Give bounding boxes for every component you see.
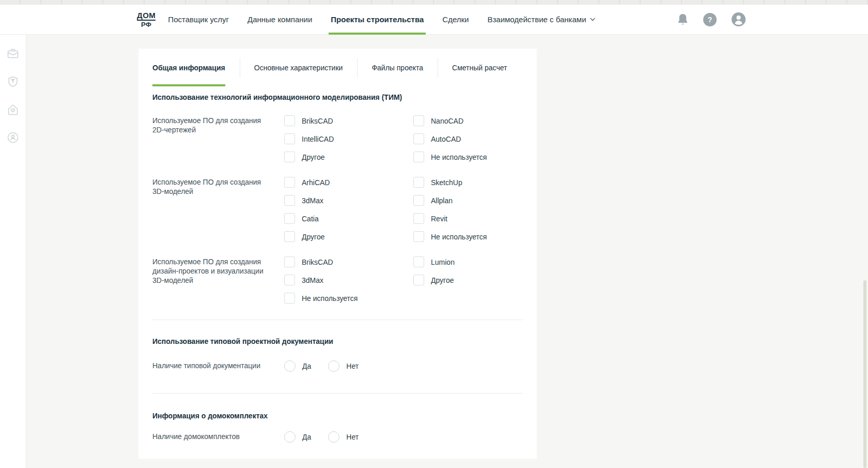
checkbox-option[interactable]: 3dMax	[284, 271, 413, 289]
section-title: Использование технологий информационного…	[152, 94, 523, 101]
main-nav: Поставщик услугДанные компанииПроекты ст…	[168, 5, 595, 34]
radio-button[interactable]	[328, 360, 339, 372]
option-label: Другое	[431, 276, 454, 284]
option-label: Не используется	[431, 233, 487, 241]
radio-options: ДаНет	[284, 357, 523, 375]
shield-icon	[6, 75, 20, 88]
checkbox-option[interactable]: Другое	[413, 271, 537, 289]
tab-estimate[interactable]: Сметный расчет	[438, 49, 521, 86]
checkbox-options: BriksCADNanoCADIntelliCADAutoCADДругоеНе…	[284, 112, 537, 166]
sidebar-item-briefcase[interactable]	[6, 47, 20, 61]
nav-item-deals[interactable]: Сделки	[442, 5, 469, 34]
checkbox-option[interactable]: Другое	[284, 228, 413, 246]
checkbox-option[interactable]: Другое	[284, 148, 413, 166]
checkbox[interactable]	[284, 177, 295, 188]
tab-label: Файлы проекта	[371, 49, 423, 86]
checkbox[interactable]	[284, 256, 295, 267]
option-label: 3dMax	[302, 197, 323, 205]
radio-option[interactable]: Да	[284, 357, 311, 375]
checkbox[interactable]	[284, 115, 295, 126]
radio-option[interactable]: Да	[284, 428, 311, 446]
section-divider	[152, 320, 523, 320]
form-section: Использование типовой проектной документ…	[152, 338, 523, 375]
field-group-label: Используемое ПО для создания 2D-чертежей	[152, 112, 267, 166]
tab-label: Основные характеристики	[254, 49, 343, 86]
option-label: NanoCAD	[431, 117, 463, 125]
tab-project-files[interactable]: Файлы проекта	[357, 49, 438, 86]
checkbox[interactable]	[413, 231, 424, 242]
nav-item-company-data[interactable]: Данные компании	[247, 5, 312, 34]
nav-item-label: Взаимодействие с банками	[487, 15, 586, 24]
checkbox-option[interactable]: Lumion	[413, 253, 537, 271]
checkbox[interactable]	[413, 195, 424, 206]
radio-button[interactable]	[328, 431, 339, 443]
option-label: 3dMax	[302, 276, 323, 284]
checkbox-option[interactable]: NanoCAD	[413, 112, 537, 130]
checkbox-option[interactable]: Не используется	[413, 148, 537, 166]
checkbox[interactable]	[284, 133, 295, 144]
option-label: Catia	[302, 215, 319, 223]
checkbox-option[interactable]: Не используется	[284, 289, 413, 307]
checkbox-option[interactable]: SketchUp	[413, 173, 537, 191]
top-strip	[0, 0, 868, 5]
form-card: Общая информацияОсновные характеристикиФ…	[138, 49, 537, 459]
checkbox[interactable]	[413, 256, 424, 267]
page-scrollbar-thumb[interactable]	[863, 280, 866, 468]
field-group-software-design-3d: Используемое ПО для создания дизайн-прое…	[152, 253, 523, 307]
checkbox[interactable]	[413, 152, 424, 162]
sidebar-item-person-search[interactable]	[6, 131, 20, 144]
sidebar-item-shield[interactable]	[6, 75, 20, 88]
checkbox-option[interactable]: Revit	[413, 209, 537, 228]
briefcase-icon	[6, 47, 20, 61]
checkbox[interactable]	[284, 231, 295, 242]
radio-option[interactable]: Нет	[328, 357, 359, 375]
option-label: Не используется	[431, 153, 487, 161]
checkbox-option[interactable]: Allplan	[413, 191, 537, 209]
checkbox-option[interactable]: ArhiCAD	[284, 173, 413, 191]
checkbox-option[interactable]: BriksCAD	[284, 112, 413, 130]
section-title: Использование типовой проектной документ…	[152, 338, 523, 345]
option-label: BriksCAD	[302, 117, 333, 125]
tab-label: Общая информация	[152, 49, 225, 86]
checkbox-option[interactable]: BriksCAD	[284, 253, 413, 271]
header-button-notifications[interactable]	[677, 13, 689, 26]
nav-item-bank-interaction[interactable]: Взаимодействие с банками	[487, 5, 595, 34]
header-inner: ДОМ РФ Поставщик услугДанные компанииПро…	[0, 5, 868, 34]
radio-button[interactable]	[284, 431, 296, 443]
radio-button[interactable]	[284, 360, 296, 372]
checkbox[interactable]	[413, 133, 424, 144]
field-group-software-3d: Используемое ПО для создания 3D-моделейA…	[152, 173, 523, 246]
checkbox-option[interactable]: Не используется	[413, 228, 537, 246]
tab-general-info[interactable]: Общая информация	[152, 49, 240, 86]
nav-item-construction-projects[interactable]: Проекты строительства	[331, 5, 424, 34]
checkbox-option[interactable]: 3dMax	[284, 191, 413, 209]
checkbox-option[interactable]: AutoCAD	[413, 130, 537, 148]
form-section: Информация о домокомплектахНаличие домок…	[152, 412, 523, 446]
checkbox-option[interactable]: Catia	[284, 209, 413, 228]
header-button-help[interactable]: ?	[703, 13, 717, 26]
house-heart-icon	[6, 103, 20, 116]
option-label: Да	[302, 362, 311, 370]
checkbox[interactable]	[284, 152, 295, 162]
tab-main-characteristics[interactable]: Основные характеристики	[240, 49, 358, 86]
checkbox[interactable]	[284, 195, 295, 206]
dom-rf-logo[interactable]: ДОМ РФ	[137, 11, 156, 28]
checkbox[interactable]	[284, 293, 295, 304]
nav-item-service-provider[interactable]: Поставщик услуг	[168, 5, 229, 34]
left-icon-rail	[0, 34, 26, 468]
sidebar-item-house-heart[interactable]	[6, 103, 20, 116]
checkbox[interactable]	[284, 275, 295, 285]
checkbox[interactable]	[413, 177, 424, 188]
radio-option[interactable]: Нет	[328, 428, 359, 446]
checkbox[interactable]	[413, 275, 424, 285]
bell-icon	[677, 13, 689, 26]
checkbox-option[interactable]: IntelliCAD	[284, 130, 413, 148]
checkbox[interactable]	[413, 115, 424, 126]
option-label: Lumion	[431, 258, 455, 266]
checkbox[interactable]	[413, 213, 424, 224]
header-button-profile[interactable]	[731, 12, 746, 27]
field-group-software-2d: Используемое ПО для создания 2D-чертежей…	[152, 112, 523, 166]
nav-item-label: Поставщик услуг	[168, 15, 229, 24]
checkbox[interactable]	[284, 213, 295, 224]
nav-item-label: Проекты строительства	[331, 15, 424, 24]
